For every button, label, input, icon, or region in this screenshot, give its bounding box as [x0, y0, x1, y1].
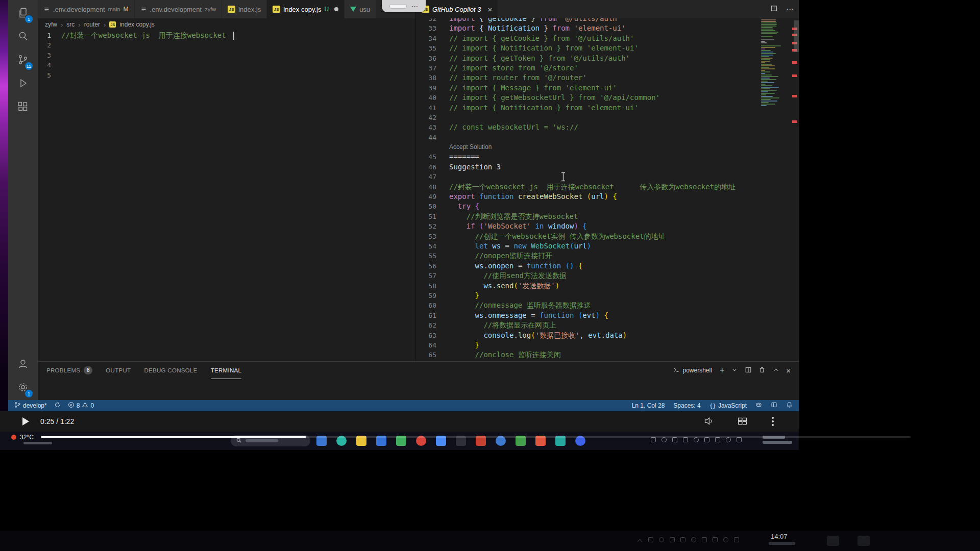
- git-branch-indicator[interactable]: develop*: [14, 402, 47, 410]
- code-line-59[interactable]: 59 }: [416, 291, 799, 300]
- activity-source-control[interactable]: 11: [11, 49, 35, 72]
- code-line-33[interactable]: 33import { Notification } from 'element-…: [416, 23, 799, 33]
- problems-indicator[interactable]: 8 0: [68, 402, 94, 410]
- more-options-icon[interactable]: [772, 417, 774, 426]
- code-line-43[interactable]: 43// const websocketUrl = 'ws://: [416, 122, 799, 132]
- video-progress-bar[interactable]: [41, 436, 911, 438]
- activity-account[interactable]: [11, 353, 35, 377]
- code-line-39[interactable]: 39// import { Message } from 'element-ui…: [416, 83, 799, 93]
- code-line-4[interactable]: 4: [38, 60, 415, 70]
- code-line-45[interactable]: 45=======: [416, 152, 799, 162]
- code-line-35[interactable]: 35// import { Notification } from 'eleme…: [416, 43, 799, 53]
- sync-indicator[interactable]: [54, 402, 61, 410]
- tray-icon[interactable]: [662, 437, 667, 442]
- code-line-2[interactable]: 2: [38, 40, 415, 50]
- tray-icon[interactable]: [648, 537, 653, 542]
- weather-widget[interactable]: 32°C: [11, 434, 34, 441]
- code-line-48[interactable]: 48//封装一个websocket js 用于连接websocket 传入参数为…: [416, 182, 799, 192]
- tray-icon[interactable]: [672, 437, 677, 442]
- new-terminal-icon[interactable]: +: [720, 366, 724, 375]
- tab-github-copilot[interactable]: JS GitHub Copilot 3 ×: [416, 0, 498, 18]
- more-icon[interactable]: ⋯: [411, 3, 418, 10]
- breadcrumb-item[interactable]: zyfw: [45, 21, 57, 28]
- tray-icon[interactable]: [723, 537, 728, 542]
- tray-icon[interactable]: [659, 537, 664, 542]
- tray-icon[interactable]: [651, 437, 656, 442]
- activity-explorer[interactable]: 1: [11, 2, 35, 26]
- taskbar-ghost-window[interactable]: [857, 536, 870, 546]
- trash-icon[interactable]: [758, 366, 766, 375]
- minimap[interactable]: [761, 19, 785, 107]
- tray-icon[interactable]: [734, 537, 739, 542]
- tab-env-development-main[interactable]: .env.development main M: [38, 0, 135, 18]
- code-line-53[interactable]: 53 //创建一个websocket实例 传入参数为websocket的地址: [416, 232, 799, 241]
- tray-icon[interactable]: [704, 437, 709, 442]
- chevron-down-icon[interactable]: [731, 366, 738, 375]
- more-actions-icon[interactable]: ⋯: [786, 5, 794, 14]
- code-line-56[interactable]: 56 ws.onopen = function () {: [416, 261, 799, 271]
- copilot-status[interactable]: [755, 402, 762, 410]
- volume-icon[interactable]: [703, 416, 714, 429]
- code-line-37[interactable]: 37// import store from '@/store': [416, 63, 799, 73]
- panel-tab-terminal[interactable]: TERMINAL: [211, 362, 242, 379]
- cursor-position[interactable]: Ln 1, Col 28: [632, 402, 665, 409]
- code-line-54[interactable]: 54 let ws = new WebSocket(url): [416, 241, 799, 251]
- indentation[interactable]: Spaces: 4: [673, 402, 700, 409]
- code-line-3[interactable]: 3: [38, 51, 415, 60]
- panel-tab-debug-console[interactable]: DEBUG CONSOLE: [144, 362, 197, 379]
- code-line-65[interactable]: 65 //onclose 监听连接关闭: [416, 350, 799, 360]
- code-line-57[interactable]: 57 //使用send方法发送数据: [416, 271, 799, 281]
- system-date[interactable]: [769, 542, 795, 545]
- hidden-icons-chevron[interactable]: [638, 539, 643, 544]
- split-editor-icon[interactable]: [770, 5, 778, 14]
- activity-search[interactable]: [11, 26, 35, 49]
- panel-tab-problems[interactable]: PROBLEMS 8: [46, 362, 92, 379]
- activity-settings[interactable]: 1: [11, 377, 35, 400]
- chevron-up-icon[interactable]: [772, 366, 779, 375]
- tray-icon[interactable]: [670, 537, 675, 542]
- tab-usu[interactable]: usu: [345, 0, 376, 18]
- code-line-63[interactable]: 63 console.log('数据已接收', evt.data): [416, 331, 799, 340]
- shell-selector[interactable]: powershell: [673, 366, 712, 375]
- code-line-34[interactable]: 34// import { getCookie } from '@/utils/…: [416, 34, 799, 43]
- code-line-32[interactable]: 32import { getCookie } from '@/utils/aut…: [416, 18, 799, 23]
- codelens-link[interactable]: Accept Solution: [436, 142, 799, 152]
- tray-icon[interactable]: [691, 537, 696, 542]
- code-line-49[interactable]: 49export function createWebSocket (url) …: [416, 192, 799, 202]
- breadcrumb-file[interactable]: index copy.js: [119, 21, 154, 28]
- split-terminal-icon[interactable]: [745, 366, 752, 375]
- close-panel-icon[interactable]: ×: [786, 366, 791, 375]
- tray-icon[interactable]: [726, 437, 731, 442]
- breadcrumb-item[interactable]: src: [66, 21, 75, 28]
- editor-left[interactable]: 1//封装一个websocket js 用于连接websocket2345: [38, 31, 415, 361]
- code-line-41[interactable]: 41// import { Notification } from 'eleme…: [416, 103, 799, 113]
- activity-extensions[interactable]: [11, 96, 35, 119]
- language-mode[interactable]: {} JavaScript: [709, 402, 747, 409]
- activity-run-debug[interactable]: [11, 72, 35, 96]
- notifications[interactable]: [786, 402, 793, 410]
- code-line-1[interactable]: 1//封装一个websocket js 用于连接websocket: [38, 31, 415, 40]
- feedback[interactable]: [771, 402, 777, 410]
- scrollbar-thumb[interactable]: [794, 20, 799, 52]
- tray-icon[interactable]: [715, 437, 720, 442]
- breadcrumb-item[interactable]: router: [84, 21, 100, 28]
- code-line-52[interactable]: 52 if ('WebSocket' in window) {: [416, 221, 799, 231]
- code-line-38[interactable]: 38// import router from '@/router': [416, 73, 799, 83]
- tray-icon[interactable]: [683, 437, 688, 442]
- code-line-44[interactable]: 44: [416, 133, 799, 142]
- tray-icon[interactable]: [713, 537, 718, 542]
- miniplayer-icon[interactable]: [737, 416, 748, 429]
- tray-icon[interactable]: [694, 437, 699, 442]
- tab-env-development-zyfw[interactable]: .env.development zyfw: [135, 0, 223, 18]
- codelens-accept-solution[interactable]: Accept Solution: [416, 142, 799, 152]
- code-line-61[interactable]: 61 ws.onmessage = function (evt) {: [416, 311, 799, 320]
- tray-icon[interactable]: [737, 437, 742, 442]
- code-line-42[interactable]: 42: [416, 113, 799, 122]
- play-button[interactable]: [22, 417, 29, 425]
- panel-tab-output[interactable]: OUTPUT: [106, 362, 131, 379]
- taskbar-ghost-window[interactable]: [827, 536, 839, 546]
- tray-icon[interactable]: [702, 537, 707, 542]
- screen-recorder-pill[interactable]: ⋯: [382, 0, 426, 12]
- code-line-60[interactable]: 60 //onmessage 监听服务器数据推送: [416, 300, 799, 310]
- code-line-5[interactable]: 5: [38, 70, 415, 80]
